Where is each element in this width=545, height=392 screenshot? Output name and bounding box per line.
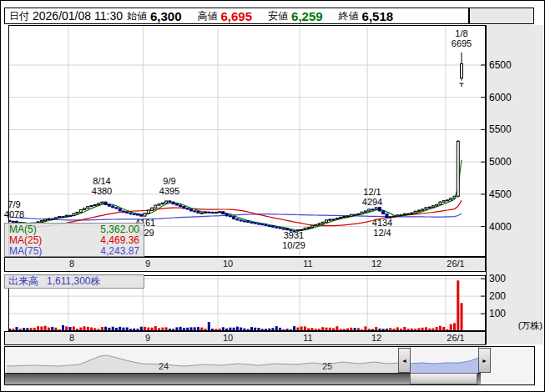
volume-label: 出来高 bbox=[8, 274, 38, 289]
volume-label-box: 出来高 1,611,300株 bbox=[4, 274, 144, 289]
left-arrow-icon: ◄ bbox=[401, 358, 407, 364]
history-navigator: 24 25 ◄ ► bbox=[4, 346, 535, 385]
volume-xaxis-band bbox=[4, 331, 486, 345]
high-value: 6,695 bbox=[221, 9, 253, 23]
date-value: 2026/01/08 11:30 bbox=[33, 9, 123, 23]
high-label: 高値 bbox=[198, 9, 218, 23]
price-xaxis-band bbox=[4, 257, 486, 272]
open-value: 6,300 bbox=[150, 9, 182, 23]
ma-legend-row: MA(75)4,243.87 bbox=[5, 246, 144, 257]
right-arrow-icon: ► bbox=[482, 358, 487, 364]
year-label-24: 24 bbox=[159, 361, 169, 371]
year-label-25: 25 bbox=[322, 361, 332, 371]
ohlc-header: 日付 2026/01/08 11:30 始値 6,300 高値 6,695 安値… bbox=[4, 8, 469, 24]
close-value: 6,518 bbox=[362, 9, 394, 23]
scroll-left-button[interactable]: ◄ bbox=[398, 348, 411, 373]
open-label: 始値 bbox=[127, 9, 147, 23]
low-label: 安値 bbox=[268, 9, 288, 23]
ma-legend: MA(5)5,362.00MA(25)4,469.36MA(75)4,243.8… bbox=[4, 223, 144, 257]
date-label: 日付 bbox=[9, 9, 29, 23]
scroll-right-button[interactable]: ► bbox=[478, 348, 491, 373]
volume-value: 1,611,300株 bbox=[47, 274, 101, 289]
right-axis-panel bbox=[486, 25, 543, 344]
stock-chart-app: 日付 2026/01/08 11:30 始値 6,300 高値 6,695 安値… bbox=[0, 0, 545, 392]
close-label: 終値 bbox=[339, 9, 359, 23]
scrollbar-handle[interactable] bbox=[410, 373, 477, 384]
volume-unit-label: (万株) bbox=[518, 319, 542, 332]
header-corner bbox=[469, 8, 534, 24]
low-value: 6,259 bbox=[291, 9, 323, 23]
